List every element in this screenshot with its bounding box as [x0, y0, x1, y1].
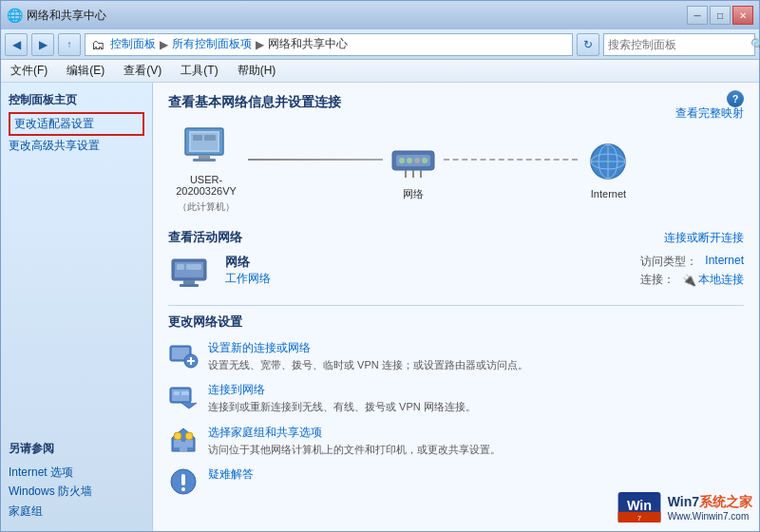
search-bar: 🔍: [603, 33, 755, 56]
svg-rect-6: [204, 135, 216, 141]
menu-help[interactable]: 帮助(H): [234, 61, 280, 81]
homegroup-text: 选择家庭组和共享选项 访问位于其他网络计算机上的文件和打印机，或更改共享设置。: [208, 425, 744, 457]
svg-rect-3: [193, 159, 216, 162]
menu-bar: 文件(F) 编辑(E) 查看(V) 工具(T) 帮助(H): [1, 60, 759, 83]
sidebar-link-homegroup[interactable]: 家庭组: [9, 502, 144, 522]
svg-rect-5: [193, 135, 202, 141]
svg-rect-43: [181, 474, 185, 485]
refresh-button[interactable]: ↻: [577, 33, 599, 56]
divider-1: [168, 305, 744, 306]
svg-rect-26: [177, 264, 184, 270]
svg-rect-40: [174, 440, 181, 447]
svg-point-12: [422, 158, 428, 163]
watermark: Win 7 Win7系统之家 Www.Winwin7.com: [617, 490, 752, 524]
breadcrumb-control-panel[interactable]: 控制面板: [110, 36, 156, 52]
watermark-line1: Win7系统之家: [668, 494, 752, 511]
svg-rect-44: [181, 487, 185, 491]
title-controls: ─ □ ✕: [687, 6, 753, 25]
new-connection-text: 设置新的连接或网络 设置无线、宽带、拨号、临时或 VPN 连接；或设置路由器或访…: [208, 340, 744, 372]
section-title: 查看基本网络信息并设置连接: [168, 94, 744, 111]
maximize-button[interactable]: □: [710, 6, 731, 25]
sidebar-link-firewall[interactable]: Windows 防火墙: [9, 482, 144, 502]
menu-edit[interactable]: 编辑(E): [63, 61, 108, 81]
minimize-button[interactable]: ─: [687, 6, 708, 25]
sidebar-bottom-title: 另请参阅: [9, 441, 144, 457]
menu-tools[interactable]: 工具(T): [177, 61, 221, 81]
active-net-details: 访问类型： Internet 连接： 🔌 本地连接: [640, 254, 744, 290]
connect-disconnect-link[interactable]: 连接或断开连接: [664, 230, 744, 246]
svg-point-39: [185, 432, 193, 440]
connect-link[interactable]: 连接到网络: [208, 382, 744, 398]
menu-view[interactable]: 查看(V): [120, 61, 165, 81]
svg-rect-25: [180, 284, 199, 287]
active-net-info: 网络 工作网络: [225, 254, 629, 287]
watermark-line2: Www.Winwin7.com: [668, 511, 752, 522]
active-network-header: 查看活动网络 连接或断开连接: [168, 229, 744, 246]
menu-file[interactable]: 文件(F): [7, 61, 51, 81]
new-connection-desc: 设置无线、宽带、拨号、临时或 VPN 连接；或设置路由器或访问点。: [208, 359, 528, 370]
svg-rect-35: [174, 391, 180, 395]
homegroup-link[interactable]: 选择家庭组和共享选项: [208, 425, 744, 441]
search-input[interactable]: [608, 38, 750, 51]
troubleshoot-text: 疑难解答: [208, 466, 744, 484]
view-full-map-link[interactable]: 查看完整映射: [675, 105, 744, 122]
svg-text:Win: Win: [627, 498, 652, 513]
net-node-computer: USER-20200326VY （此计算机）: [168, 124, 244, 214]
connection-row: 连接： 🔌 本地连接: [640, 272, 744, 288]
active-network-content: 网络 工作网络 访问类型： Internet 连接： 🔌 本地连接: [168, 254, 744, 292]
troubleshoot-link[interactable]: 疑难解答: [208, 466, 744, 483]
homegroup-icon: [168, 425, 199, 455]
net-line-2: [444, 159, 579, 161]
net-line-1: [248, 159, 383, 161]
connect-text: 连接到网络 连接到或重新连接到无线、有线、拨号或 VPN 网络连接。: [208, 382, 744, 414]
connection-value[interactable]: 本地连接: [698, 272, 744, 288]
close-button[interactable]: ✕: [732, 6, 753, 25]
sidebar-bottom: 另请参阅 Internet 选项 Windows 防火墙 家庭组: [9, 441, 144, 522]
main-window: 🌐 网络和共享中心 ─ □ ✕ ◀ ▶ ↑ 🗂 控制面板 ▶ 所有控制面板项 ▶…: [0, 0, 760, 532]
computer-icon: [180, 124, 233, 170]
homegroup-desc: 访问位于其他网络计算机上的文件和打印机，或更改共享设置。: [208, 444, 501, 455]
troubleshoot-icon: [168, 466, 199, 497]
internet-icon: [581, 139, 635, 184]
new-connection-icon: [168, 340, 199, 370]
access-value: Internet: [705, 254, 744, 270]
svg-rect-24: [183, 280, 195, 284]
right-panel: ? 查看基本网络信息并设置连接: [153, 83, 759, 531]
setting-item-connect: 连接到网络 连接到或重新连接到无线、有线、拨号或 VPN 网络连接。: [168, 382, 744, 414]
active-network-title: 查看活动网络: [168, 229, 242, 246]
connection-label: 连接：: [640, 272, 674, 288]
svg-point-10: [407, 158, 412, 163]
active-net-name: 网络: [225, 254, 629, 271]
network-icon: [387, 138, 440, 183]
new-connection-link[interactable]: 设置新的连接或网络: [208, 340, 744, 356]
breadcrumb-current: 网络和共享中心: [268, 36, 348, 52]
breadcrumb-bar: 🗂 控制面板 ▶ 所有控制面板项 ▶ 网络和共享中心: [85, 33, 573, 56]
sidebar-link-adapter[interactable]: 更改适配器设置: [9, 112, 144, 136]
svg-rect-36: [181, 391, 189, 395]
sidebar-link-internet-options[interactable]: Internet 选项: [9, 463, 144, 483]
active-network-icon: [168, 254, 214, 292]
breadcrumb-all-items[interactable]: 所有控制面板项: [172, 36, 252, 52]
help-icon[interactable]: ?: [727, 90, 744, 107]
forward-button[interactable]: ▶: [31, 33, 54, 56]
main-content: 控制面板主页 更改适配器设置 更改高级共享设置 另请参阅 Internet 选项…: [1, 83, 759, 531]
active-net-type[interactable]: 工作网络: [225, 271, 629, 287]
up-button[interactable]: ↑: [58, 33, 81, 56]
search-icon[interactable]: 🔍: [750, 38, 760, 51]
back-button[interactable]: ◀: [5, 33, 28, 56]
net-label-computer: USER-20200326VY: [168, 174, 244, 197]
svg-rect-41: [185, 440, 193, 447]
sidebar-link-sharing[interactable]: 更改高级共享设置: [9, 136, 144, 156]
net-node-internet: Internet: [581, 139, 635, 200]
net-sublabel-computer: （此计算机）: [178, 200, 235, 214]
svg-point-9: [399, 158, 405, 163]
sidebar: 控制面板主页 更改适配器设置 更改高级共享设置 另请参阅 Internet 选项…: [1, 83, 153, 531]
setting-item-new-connection: 设置新的连接或网络 设置无线、宽带、拨号、临时或 VPN 连接；或设置路由器或访…: [168, 340, 744, 372]
svg-point-38: [174, 432, 181, 440]
address-bar: ◀ ▶ ↑ 🗂 控制面板 ▶ 所有控制面板项 ▶ 网络和共享中心 ↻ 🔍: [1, 29, 759, 60]
net-label-network: 网络: [403, 187, 424, 201]
net-node-network: 网络: [387, 138, 440, 201]
access-type-row: 访问类型： Internet: [640, 254, 744, 270]
connection-icon: 🔌: [682, 274, 696, 287]
svg-rect-2: [199, 155, 210, 159]
